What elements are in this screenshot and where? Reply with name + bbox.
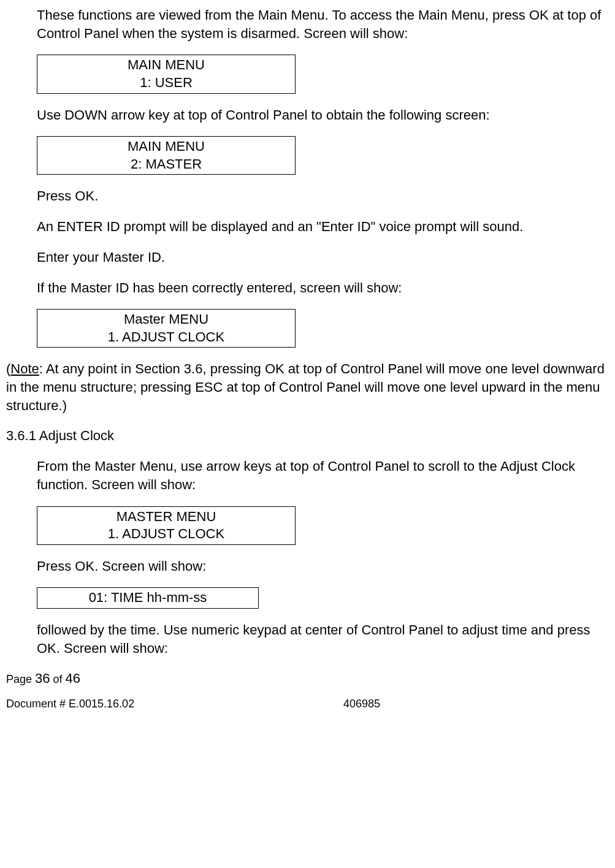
intro-paragraph: These functions are viewed from the Main…	[37, 6, 609, 42]
screen-main-menu-master: MAIN MENU 2: MASTER	[37, 136, 296, 175]
paragraph: Enter your Master ID.	[37, 248, 609, 267]
paragraph: followed by the time. Use numeric keypad…	[37, 621, 609, 657]
screen-line: 1. ADJUST CLOCK	[37, 525, 295, 543]
screen-line: 1: USER	[37, 74, 295, 92]
paragraph: Use DOWN arrow key at top of Control Pan…	[37, 106, 609, 124]
note-label: Note	[10, 361, 39, 376]
document-number: 406985	[343, 696, 380, 711]
screen-line: 2: MASTER	[37, 156, 295, 173]
page-current: 36	[35, 671, 50, 686]
page-of: of	[50, 673, 66, 685]
screen-line: Master MENU	[37, 311, 295, 329]
paragraph: An ENTER ID prompt will be displayed and…	[37, 218, 609, 236]
document-number-label: Document # E.0015.16.02	[6, 696, 343, 711]
note-text: : At any point in Section 3.6, pressing …	[6, 361, 605, 413]
paragraph: If the Master ID has been correctly ente…	[37, 279, 609, 297]
paragraph: Press OK. Screen will show:	[37, 557, 609, 576]
note-paragraph: (Note: At any point in Section 3.6, pres…	[6, 360, 609, 414]
screen-line: MAIN MENU	[37, 138, 295, 156]
screen-line: 01: TIME hh-mm-ss	[37, 589, 258, 607]
page-total: 46	[66, 671, 80, 686]
document-footer: Document # E.0015.16.02 406985	[6, 696, 609, 711]
screen-line: MASTER MENU	[37, 508, 295, 526]
screen-time: 01: TIME hh-mm-ss	[37, 587, 259, 609]
screen-master-menu-adjust-clock-2: MASTER MENU 1. ADJUST CLOCK	[37, 506, 296, 545]
page-footer: Page 36 of 46	[6, 669, 609, 688]
screen-line: 1. ADJUST CLOCK	[37, 329, 295, 346]
screen-line: MAIN MENU	[37, 56, 295, 74]
page-label: Page	[6, 673, 35, 685]
paragraph: From the Master Menu, use arrow keys at …	[37, 457, 609, 493]
paragraph: Press OK.	[37, 187, 609, 205]
screen-master-menu-adjust-clock: Master MENU 1. ADJUST CLOCK	[37, 309, 296, 348]
section-heading: 3.6.1 Adjust Clock	[6, 427, 609, 445]
screen-main-menu-user: MAIN MENU 1: USER	[37, 55, 296, 93]
